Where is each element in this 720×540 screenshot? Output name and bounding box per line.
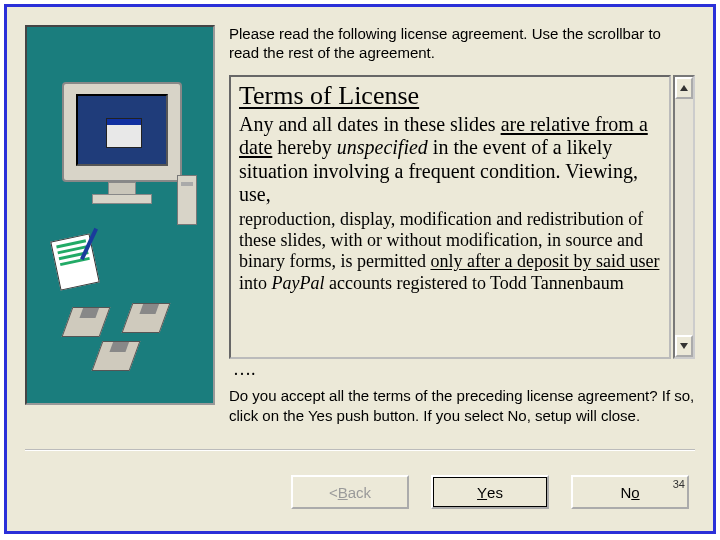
button-row: < Back Yes No 34 — [291, 475, 689, 509]
license-ellipsis: …. — [229, 359, 695, 380]
scroll-up-button[interactable] — [675, 77, 693, 99]
page-number: 34 — [673, 478, 685, 490]
computer-icon — [62, 82, 182, 222]
right-panel: Please read the following license agreem… — [229, 25, 695, 426]
license-body-1: Any and all dates in these slides are re… — [239, 113, 661, 207]
instructions-text: Please read the following license agreem… — [229, 25, 695, 63]
chevron-up-icon — [679, 83, 689, 93]
floppy-icon — [122, 303, 171, 333]
side-illustration — [25, 25, 215, 405]
content-area: Please read the following license agreem… — [7, 7, 713, 426]
license-body-2: reproduction, display, modification and … — [239, 209, 661, 294]
floppy-icon — [62, 307, 111, 337]
no-button[interactable]: No 34 — [571, 475, 689, 509]
license-textbox: Terms of License Any and all dates in th… — [229, 75, 671, 359]
installer-window: Please read the following license agreem… — [4, 4, 716, 534]
chevron-down-icon — [679, 341, 689, 351]
accept-question: Do you accept all the terms of the prece… — [229, 386, 695, 427]
svg-marker-0 — [680, 85, 688, 91]
notepad-icon — [50, 233, 100, 290]
license-scrollbar[interactable] — [673, 75, 695, 359]
yes-button[interactable]: Yes — [431, 475, 549, 509]
separator — [25, 449, 695, 451]
license-container: Terms of License Any and all dates in th… — [229, 75, 695, 359]
tower-icon — [177, 175, 197, 225]
scroll-down-button[interactable] — [675, 335, 693, 357]
svg-marker-1 — [680, 343, 688, 349]
back-button: < Back — [291, 475, 409, 509]
scroll-track[interactable] — [675, 99, 693, 335]
license-title: Terms of License — [239, 81, 661, 111]
floppy-icon — [92, 341, 141, 371]
